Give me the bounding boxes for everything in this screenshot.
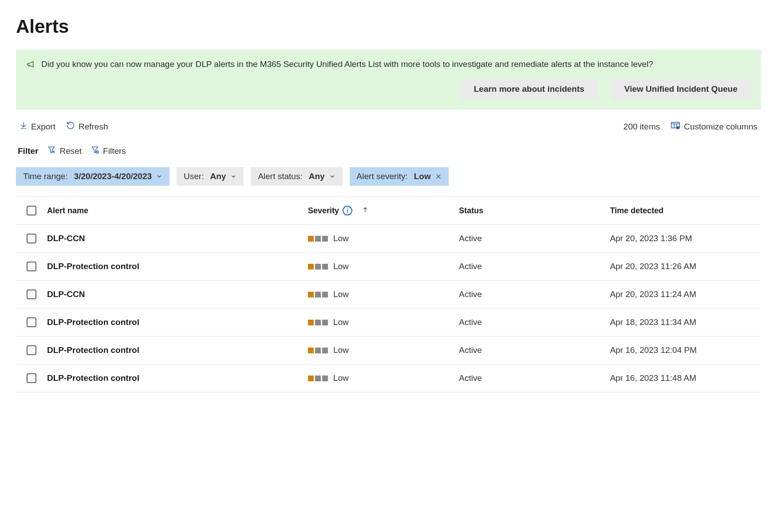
col-time-detected-label: Time detected	[610, 206, 664, 215]
severity-bars-icon	[308, 292, 328, 297]
table-row[interactable]: DLP-CCNLowActiveApr 20, 2023 11:24 AM	[16, 281, 761, 309]
status-cell: Active	[459, 345, 610, 355]
chip-alert-severity-label: Alert severity:	[357, 172, 408, 181]
severity-value: Low	[333, 345, 349, 355]
funnel-clear-icon	[47, 145, 56, 156]
chip-user-value: Any	[210, 172, 226, 181]
megaphone-icon	[26, 59, 36, 71]
time-detected-cell: Apr 20, 2023 11:26 AM	[610, 262, 761, 271]
time-detected-cell: Apr 20, 2023 11:24 AM	[610, 289, 761, 299]
chip-alert-severity-value: Low	[414, 172, 431, 181]
info-banner: Did you know you can now manage your DLP…	[16, 50, 761, 110]
severity-value: Low	[333, 289, 349, 299]
row-checkbox[interactable]	[27, 373, 36, 383]
chevron-down-icon	[156, 173, 162, 180]
severity-bars-icon	[308, 348, 328, 353]
severity-bars-icon	[308, 376, 328, 381]
table-row[interactable]: DLP-Protection controlLowActiveApr 20, 2…	[16, 253, 761, 281]
chip-alert-severity[interactable]: Alert severity: Low	[350, 167, 449, 186]
col-severity[interactable]: Severity i	[308, 206, 459, 215]
chip-alert-status-label: Alert status:	[258, 172, 302, 181]
customize-columns-button[interactable]: Customize columns	[671, 121, 757, 132]
chip-time-range[interactable]: Time range: 3/20/2023-4/20/2023	[16, 167, 170, 186]
status-cell: Active	[459, 289, 610, 299]
severity-cell: Low	[308, 345, 459, 355]
filters-button[interactable]: Filters	[91, 145, 126, 156]
learn-more-button[interactable]: Learn more about incidents	[461, 79, 598, 99]
severity-cell: Low	[308, 234, 459, 243]
table-row[interactable]: DLP-Protection controlLowActiveApr 16, 2…	[16, 364, 761, 392]
row-checkbox[interactable]	[27, 289, 36, 299]
alert-name[interactable]: DLP-CCN	[47, 289, 308, 299]
table-row[interactable]: DLP-CCNLowActiveApr 20, 2023 1:36 PM	[16, 225, 761, 253]
row-checkbox[interactable]	[27, 262, 36, 271]
col-status-label: Status	[459, 206, 483, 215]
banner-text: Did you know you can now manage your DLP…	[41, 58, 653, 71]
severity-bars-icon	[308, 236, 328, 242]
filters-label: Filters	[103, 146, 126, 156]
status-cell: Active	[459, 373, 610, 383]
row-checkbox[interactable]	[27, 345, 36, 355]
table-header: Alert name Severity i Status Time detect…	[16, 196, 761, 225]
chevron-down-icon	[329, 173, 335, 180]
severity-value: Low	[333, 262, 349, 271]
filter-chips: Time range: 3/20/2023-4/20/2023 User: An…	[16, 167, 761, 196]
chevron-down-icon	[230, 173, 237, 180]
select-all-checkbox[interactable]	[27, 206, 36, 215]
severity-cell: Low	[308, 262, 459, 271]
severity-cell: Low	[308, 373, 459, 383]
alert-name[interactable]: DLP-Protection control	[47, 262, 308, 271]
reset-filters-button[interactable]: Reset	[47, 145, 82, 156]
severity-bars-icon	[308, 264, 328, 270]
alert-name[interactable]: DLP-Protection control	[47, 345, 308, 355]
alert-name[interactable]: DLP-CCN	[47, 234, 308, 243]
col-alert-name[interactable]: Alert name	[47, 206, 308, 215]
chip-alert-status[interactable]: Alert status: Any	[251, 167, 342, 186]
col-alert-name-label: Alert name	[47, 206, 88, 215]
sort-asc-icon	[362, 206, 368, 215]
col-severity-label: Severity	[308, 206, 339, 215]
severity-value: Low	[333, 317, 349, 327]
severity-cell: Low	[308, 289, 459, 299]
chip-time-range-label: Time range:	[23, 172, 68, 181]
status-cell: Active	[459, 234, 610, 243]
alert-name[interactable]: DLP-Protection control	[47, 317, 308, 327]
view-unified-queue-button[interactable]: View Unified Incident Queue	[611, 79, 751, 99]
col-time-detected[interactable]: Time detected	[610, 206, 761, 215]
status-cell: Active	[459, 317, 610, 327]
refresh-label: Refresh	[79, 122, 108, 132]
chip-alert-status-value: Any	[309, 172, 325, 181]
time-detected-cell: Apr 16, 2023 11:48 AM	[610, 373, 761, 383]
download-icon	[20, 121, 28, 132]
columns-icon	[671, 121, 680, 132]
reset-label: Reset	[59, 146, 82, 156]
filter-bar: Filter Reset Filters	[16, 142, 761, 167]
chip-user[interactable]: User: Any	[177, 167, 244, 186]
toolbar: Export Refresh 200 items	[16, 111, 761, 142]
export-button[interactable]: Export	[20, 121, 55, 132]
time-detected-cell: Apr 20, 2023 1:36 PM	[610, 234, 761, 243]
info-icon[interactable]: i	[343, 206, 352, 215]
status-cell: Active	[459, 262, 610, 271]
severity-cell: Low	[308, 317, 459, 327]
table-row[interactable]: DLP-Protection controlLowActiveApr 16, 2…	[16, 336, 761, 364]
refresh-button[interactable]: Refresh	[66, 121, 108, 132]
time-detected-cell: Apr 18, 2023 11:34 AM	[610, 317, 761, 327]
chip-time-range-value: 3/20/2023-4/20/2023	[74, 172, 152, 181]
page-title: Alerts	[16, 16, 761, 37]
alerts-table: Alert name Severity i Status Time detect…	[16, 196, 761, 392]
row-checkbox[interactable]	[27, 317, 36, 327]
alert-name[interactable]: DLP-Protection control	[47, 373, 308, 383]
col-status[interactable]: Status	[459, 206, 610, 215]
funnel-settings-icon	[91, 145, 99, 156]
export-label: Export	[31, 122, 55, 132]
severity-value: Low	[333, 234, 349, 243]
row-checkbox[interactable]	[27, 234, 36, 243]
severity-value: Low	[333, 373, 349, 383]
item-count: 200 items	[623, 122, 660, 132]
table-row[interactable]: DLP-Protection controlLowActiveApr 18, 2…	[16, 309, 761, 336]
time-detected-cell: Apr 16, 2023 12:04 PM	[610, 345, 761, 355]
severity-bars-icon	[308, 320, 328, 325]
refresh-icon	[66, 121, 75, 132]
close-icon[interactable]	[435, 173, 442, 180]
